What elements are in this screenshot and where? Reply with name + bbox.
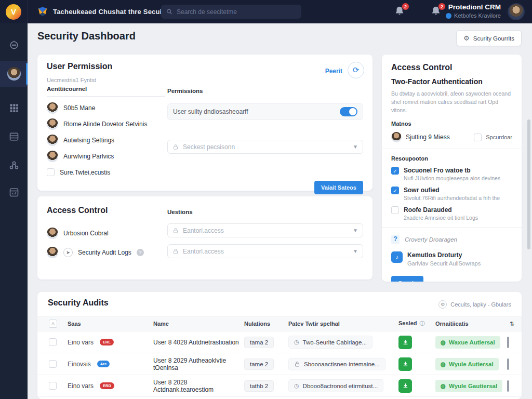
sidebar-item-sharing[interactable]	[0, 153, 28, 177]
checkbox[interactable]	[47, 168, 55, 176]
user-name: Ketbofes Kravilore	[454, 12, 501, 19]
card-title: Access Control	[391, 63, 512, 72]
notification-count-badge: 2	[438, 3, 446, 10]
checkbox[interactable]	[391, 206, 399, 214]
row-status-pill[interactable]: ◍Wyule Autiersal	[435, 358, 499, 370]
user-row[interactable]: Autwlsing Settings	[47, 132, 165, 148]
table-row[interactable]: Eino varsERD User 8 2028 Actdnank.tearoe…	[37, 375, 522, 397]
row-drag-handle[interactable]	[507, 380, 509, 392]
user-name: Aurwlving Parlvics	[63, 153, 114, 160]
checkbox-checked[interactable]: ✓	[391, 187, 399, 194]
approve-button[interactable]	[398, 357, 412, 371]
card-title: User Permission	[47, 62, 112, 71]
divider	[382, 227, 522, 228]
sidebar-item-records[interactable]	[0, 125, 28, 149]
security-dashboard-page: V Tacheukeaed Chushat thre Secuity ▼ 2 2…	[0, 0, 532, 399]
sort-icon[interactable]: ⇅	[510, 321, 514, 327]
column-header[interactable]: Sesledⓘ	[398, 320, 435, 327]
avatar	[47, 247, 58, 258]
row-tag: tame 2	[244, 358, 274, 370]
row-status-pill[interactable]: ◍Waxue Autlersal	[435, 336, 500, 349]
refresh-icon[interactable]: ⟳	[348, 62, 364, 78]
access-item[interactable]: ➤ Security Audit Logs ?	[47, 243, 144, 262]
column-header[interactable]: Name	[153, 321, 244, 327]
checkbox-row[interactable]: Sure.Twtei,ecustis	[47, 164, 165, 180]
checkbox-checked[interactable]: ✓	[391, 167, 399, 175]
gear-circle-icon: ⚙	[438, 300, 447, 309]
access-item-label: Urbosion Cobral	[63, 230, 109, 237]
access-item[interactable]: Urbosion Cobral	[47, 223, 144, 243]
table-row[interactable]: EinovsisArc User 8 2029 Autheaoklvtie tO…	[37, 353, 522, 375]
save-permissions-button[interactable]: Vaiait Sateos	[314, 181, 363, 194]
row-user: User 8 2028 Actdnank.tearoestiom	[153, 379, 244, 393]
user-list: Aenttiicournel S0b5 Mane Rlome Alinde Do…	[47, 86, 165, 180]
column-header[interactable]: Nulations	[244, 321, 288, 327]
row-user: User 8 2029 Autheaoklvtie tOeninsa	[153, 357, 244, 371]
row-drag-handle[interactable]	[507, 358, 509, 370]
access-select-1[interactable]: Eantorl.access ▼	[167, 223, 363, 237]
methods-label: Matnos	[391, 121, 512, 127]
app-logo-container[interactable]: V	[0, 0, 28, 23]
sidebar-item-reports[interactable]	[0, 180, 28, 204]
user-permission-card: User Permission Uecmestria1 Fyntst Peeri…	[37, 55, 373, 191]
table-row[interactable]: Eino varsERL User 8 4028 Autdnetrastioat…	[37, 331, 522, 353]
permit-link[interactable]: Peerit	[325, 68, 342, 75]
chevron-down-icon: ▼	[353, 248, 358, 254]
security-settings-button[interactable]: ⚙ Scurity Gourrits	[456, 30, 522, 46]
user-row[interactable]: Aurwlving Parlvics	[47, 148, 165, 164]
info-row: ♪ Kemutlos Droturty Garlvlav Securit Aul…	[391, 251, 512, 267]
avatar	[47, 118, 58, 130]
approve-button[interactable]	[398, 336, 412, 349]
cuacle-button[interactable]: Cuacle	[391, 276, 423, 282]
select-all-checkbox[interactable]: A	[49, 320, 57, 328]
info-title: Kemutlos Droturty	[407, 251, 481, 259]
row-user: User 8 4028 Autdnetrastioation	[153, 339, 244, 346]
row-status-pill[interactable]: ◍Wyule Gautiersal	[435, 380, 502, 392]
permission-toggle[interactable]	[340, 107, 357, 116]
permissions-label: Permissions	[167, 88, 203, 94]
page-title: Security Dashboard	[37, 30, 136, 42]
account-block: Protedionl CRM Ketbofes Kravilore	[446, 3, 501, 19]
table-meta[interactable]: ⚙ Cecuits, lapky - Gbulars	[438, 300, 511, 309]
user-row[interactable]: S0b5 Mane	[47, 100, 165, 116]
checkbox[interactable]	[474, 134, 482, 141]
user-row[interactable]: Rlome Alinde Dovetor Setvinis	[47, 116, 165, 132]
card-subtitle: Uecmestria1 Fyntst	[47, 77, 96, 83]
notification-bell-2[interactable]: 2	[430, 5, 444, 19]
sidebar-item-profile[interactable]	[0, 61, 28, 87]
row-checkbox[interactable]	[49, 382, 57, 390]
column-header[interactable]: Ornaitiicatis	[435, 321, 503, 327]
app-logo-icon: V	[6, 4, 21, 20]
notification-bell-1[interactable]: 2	[394, 5, 407, 19]
download-icon	[402, 339, 409, 345]
sidebar-item-apps[interactable]	[0, 96, 28, 120]
help-row[interactable]: ? Croverty Droaragen	[391, 235, 512, 244]
table-header: A Saas Name Nulations Patcv Twtir spelha…	[37, 316, 522, 331]
row-checkbox[interactable]	[49, 360, 57, 368]
option-label: Sowr oufied	[404, 187, 500, 194]
page-scrollbar[interactable]	[527, 119, 530, 249]
search-icon	[166, 8, 172, 15]
select-placeholder: Seckest pecsisonn	[183, 143, 349, 151]
select-placeholder: Eantorl.access	[183, 248, 349, 255]
search-input[interactable]	[177, 8, 296, 16]
row-feature[interactable]: Sboooaactisnen-intemaine...	[288, 358, 385, 370]
approve-button[interactable]	[398, 379, 412, 393]
sidebar-item-timer[interactable]	[0, 33, 28, 57]
row-feature[interactable]: ◷Dbooo8actronod etirmitust...	[288, 379, 383, 392]
access-select-2[interactable]: Eantorl.access ▼	[167, 244, 363, 258]
user-avatar[interactable]	[508, 3, 525, 20]
row-drag-handle[interactable]	[507, 337, 509, 348]
permission-select[interactable]: Seckest pecsisonn ▼	[167, 140, 363, 154]
row-checkbox[interactable]	[49, 338, 57, 346]
info-icon: ⓘ	[419, 321, 424, 326]
workspace-dropdown[interactable]: Tacheukeaed Chushat thre Secuity ▼	[37, 6, 180, 18]
column-header[interactable]: Saas	[68, 321, 153, 327]
option-sub: Nufi JUivtion mougleaespa aios devines	[404, 175, 500, 181]
card-subtitle: Two-Factor Authentication	[391, 77, 512, 86]
lock-icon	[172, 144, 179, 150]
column-header[interactable]: Patcv Twtir spelhal	[288, 321, 398, 327]
row-feature[interactable]: ◷Two-Seurite Cabirlage...	[288, 336, 373, 349]
help-icon[interactable]: ?	[137, 249, 144, 256]
gear-icon: ⚙	[463, 34, 470, 42]
